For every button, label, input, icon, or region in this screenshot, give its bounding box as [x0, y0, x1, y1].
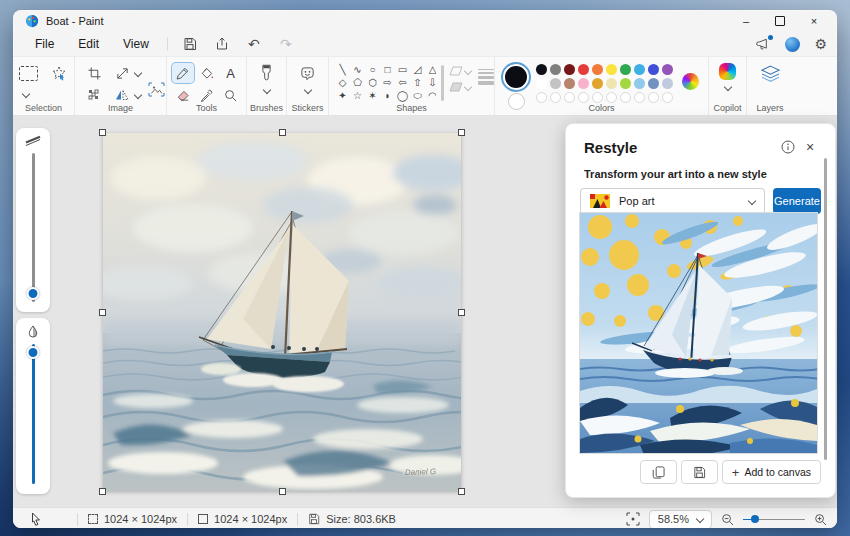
color-swatch[interactable] [648, 64, 659, 75]
undo-button[interactable]: ↶ [241, 34, 267, 54]
shape-arc[interactable]: ◠ [425, 89, 436, 102]
flip-dropdown-chevron[interactable] [134, 91, 142, 99]
zoom-slider[interactable] [743, 514, 805, 524]
shape-oval-balloon[interactable]: ◯ [395, 89, 410, 102]
selection-handle-bottom-right[interactable] [458, 488, 465, 495]
shape-arrow-down[interactable]: ⇩ [425, 76, 436, 89]
add-to-canvas-button[interactable]: + Add to canvas [722, 460, 821, 484]
selection-handle-bottom-left[interactable] [99, 488, 106, 495]
account-button[interactable] [785, 37, 800, 52]
shape-rounded-rectangle[interactable]: ▭ [395, 63, 410, 76]
shape-line[interactable]: ╲ [335, 63, 350, 76]
restyle-close-button[interactable]: × [799, 136, 821, 158]
color-swatch[interactable] [564, 64, 575, 75]
zoom-in-button[interactable] [814, 513, 827, 526]
menu-file[interactable]: File [23, 34, 66, 54]
color-swatch[interactable] [550, 78, 561, 89]
resize-button[interactable] [111, 63, 133, 83]
color-swatch[interactable] [550, 64, 561, 75]
thickness-slider-thumb[interactable] [27, 287, 40, 300]
color-swatch[interactable] [536, 64, 547, 75]
selection-handle-top-middle[interactable] [279, 129, 286, 136]
shape-rectangle[interactable]: □ [380, 63, 395, 76]
empty-color-slot[interactable] [662, 92, 673, 103]
settings-button[interactable]: ⚙ [814, 36, 827, 52]
generate-button[interactable]: Generate [773, 188, 821, 214]
restyle-scrollbar[interactable] [824, 158, 827, 460]
text-tool-button[interactable]: A [220, 63, 242, 83]
flip-rotate-button[interactable] [111, 85, 133, 105]
color-swatch[interactable] [564, 78, 575, 89]
color-swatch[interactable] [620, 64, 631, 75]
feedback-button[interactable] [756, 37, 771, 51]
layers-icon[interactable] [761, 65, 780, 82]
copy-result-button[interactable] [640, 460, 677, 484]
crop-button[interactable] [83, 63, 105, 83]
fill-tool-button[interactable] [196, 63, 218, 83]
selection-handle-middle-left[interactable] [99, 309, 106, 316]
empty-color-slot[interactable] [648, 92, 659, 103]
shape-hexagon[interactable]: ⬡ [365, 76, 380, 89]
free-select-button[interactable] [48, 63, 70, 83]
style-dropdown[interactable]: Pop art [580, 188, 765, 214]
empty-color-slot[interactable] [536, 92, 547, 103]
pencil-tool-button[interactable] [172, 63, 194, 83]
zoom-level-select[interactable]: 58.5% [649, 510, 712, 529]
color-swatch[interactable] [662, 78, 673, 89]
shape-fill-button[interactable] [449, 81, 471, 93]
shape-curve[interactable]: ∿ [350, 63, 365, 76]
empty-color-slot[interactable] [606, 92, 617, 103]
restyle-info-button[interactable] [777, 136, 799, 158]
stickers-dropdown-chevron[interactable] [303, 86, 311, 94]
shapes-scrollbar[interactable] [441, 65, 444, 101]
selection-handle-bottom-middle[interactable] [279, 488, 286, 495]
shape-cloud-balloon[interactable]: ⬭ [410, 89, 425, 102]
resize-dropdown-chevron[interactable] [134, 69, 142, 77]
color-swatch[interactable] [578, 78, 589, 89]
empty-color-slot[interactable] [634, 92, 645, 103]
color-swatch[interactable] [620, 78, 631, 89]
empty-color-slot[interactable] [564, 92, 575, 103]
color-swatch[interactable] [648, 78, 659, 89]
color-swatch[interactable] [592, 64, 603, 75]
shape-right-triangle[interactable]: ◿ [410, 63, 425, 76]
empty-color-slot[interactable] [592, 92, 603, 103]
shape-arrow-up[interactable]: ⇧ [410, 76, 425, 89]
eraser-tool-button[interactable] [172, 85, 194, 105]
shape-outline-button[interactable] [449, 65, 471, 77]
shape-four-point-star[interactable]: ✦ [335, 89, 350, 102]
maximize-button[interactable] [763, 10, 797, 32]
copilot-dropdown-chevron[interactable] [723, 83, 731, 91]
color-swatch[interactable] [592, 78, 603, 89]
canvas[interactable]: Daniel G [103, 133, 461, 491]
edit-colors-button[interactable] [682, 73, 699, 90]
selection-handle-top-right[interactable] [458, 129, 465, 136]
redo-button[interactable]: ↷ [273, 34, 299, 54]
shape-pentagon[interactable]: ⬠ [350, 76, 365, 89]
shape-triangle[interactable]: △ [425, 63, 436, 76]
shape-diamond[interactable]: ◇ [335, 76, 350, 89]
selection-handle-middle-right[interactable] [458, 309, 465, 316]
menu-edit[interactable]: Edit [66, 34, 111, 54]
rect-select-button[interactable] [18, 63, 40, 83]
empty-color-slot[interactable] [578, 92, 589, 103]
color-swatch[interactable] [634, 78, 645, 89]
selected-color-swatch[interactable] [503, 64, 529, 90]
copilot-icon[interactable] [719, 63, 736, 80]
selection-dropdown-chevron[interactable] [22, 90, 30, 98]
save-result-button[interactable] [681, 460, 718, 484]
selection-handle-top-left[interactable] [99, 129, 106, 136]
empty-color-slot[interactable] [550, 92, 561, 103]
brushes-dropdown-chevron[interactable] [262, 86, 270, 94]
thickness-slider[interactable] [32, 153, 35, 302]
shape-rounded-balloon[interactable]: ◗ [380, 89, 395, 102]
color-swatch[interactable] [662, 64, 673, 75]
restyle-preview-image[interactable] [580, 213, 817, 453]
color-swatch[interactable] [634, 64, 645, 75]
fit-to-screen-button[interactable] [626, 512, 640, 526]
color-swatch[interactable] [606, 78, 617, 89]
color-swatch[interactable] [606, 64, 617, 75]
menu-view[interactable]: View [111, 34, 161, 54]
stickers-button[interactable] [297, 63, 319, 83]
shape-five-point-star[interactable]: ☆ [350, 89, 365, 102]
